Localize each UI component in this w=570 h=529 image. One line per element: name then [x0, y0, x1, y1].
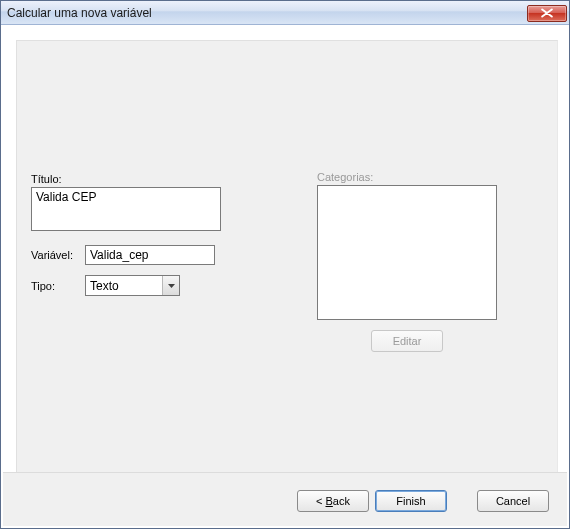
tipo-label: Tipo:	[31, 280, 85, 292]
dialog-window: Calcular uma nova variável Título: Variá…	[0, 0, 570, 529]
close-icon	[541, 8, 553, 18]
back-prefix: <	[316, 495, 325, 507]
back-suffix: ack	[333, 495, 350, 507]
edit-button-row: Editar	[317, 330, 497, 352]
finish-button[interactable]: Finish	[375, 490, 447, 512]
titulo-label: Título:	[31, 173, 231, 185]
close-button[interactable]	[527, 5, 567, 22]
footer-bar: < Back Finish Cancel	[3, 472, 567, 526]
back-button[interactable]: < Back	[297, 490, 369, 512]
categories-panel: Categorias: Editar	[317, 171, 497, 352]
categories-label: Categorias:	[317, 171, 497, 183]
categories-listbox[interactable]	[317, 185, 497, 320]
tipo-combobox[interactable]: Texto	[85, 275, 180, 296]
title-bar: Calcular uma nova variável	[1, 1, 569, 25]
form-panel: Título: Variável: Tipo: Texto	[16, 40, 558, 473]
chevron-down-icon	[168, 284, 175, 288]
edit-button: Editar	[371, 330, 443, 352]
client-area: Título: Variável: Tipo: Texto	[2, 26, 568, 527]
back-mnemonic: B	[326, 495, 333, 507]
tipo-dropdown-button[interactable]	[162, 276, 179, 295]
titulo-group: Título:	[31, 173, 231, 233]
titulo-input[interactable]	[31, 187, 221, 231]
cancel-button[interactable]: Cancel	[477, 490, 549, 512]
window-title: Calcular uma nova variável	[7, 1, 527, 25]
variavel-input[interactable]	[85, 245, 215, 265]
variavel-label: Variável:	[31, 249, 85, 261]
footer-buttons: < Back Finish Cancel	[297, 490, 549, 512]
tipo-value: Texto	[86, 276, 162, 295]
